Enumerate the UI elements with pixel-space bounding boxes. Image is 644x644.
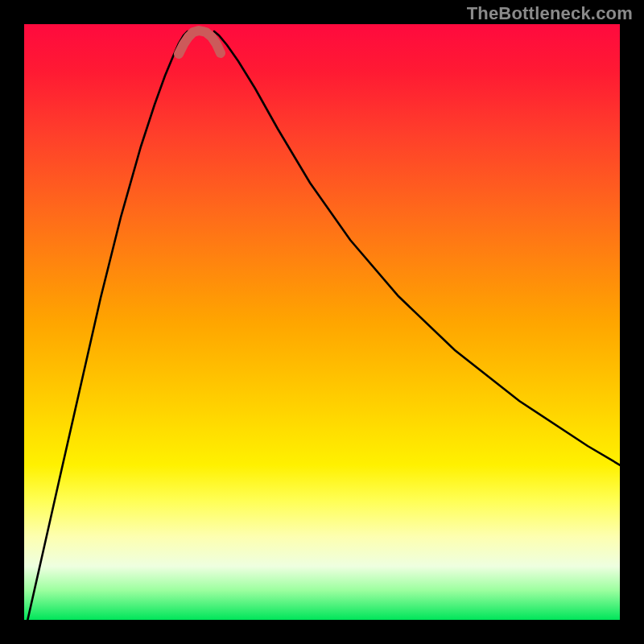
bottleneck-curve: [24, 24, 620, 620]
chart-frame: TheBottleneck.com: [0, 0, 644, 644]
curve-right-branch: [214, 31, 620, 467]
watermark-text: TheBottleneck.com: [467, 3, 633, 24]
curve-valley-u: [179, 31, 221, 54]
plot-area: [24, 24, 620, 620]
curve-left-branch: [27, 31, 188, 620]
